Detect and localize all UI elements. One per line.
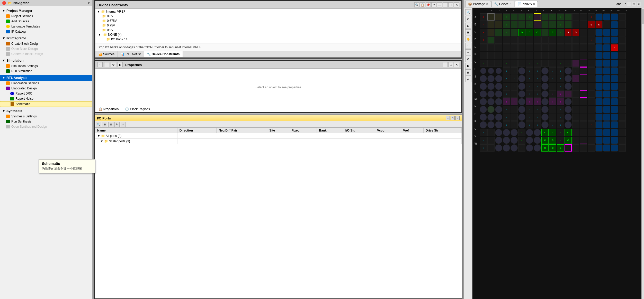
- props-run-btn[interactable]: ▶: [118, 62, 123, 67]
- cell-k15[interactable]: [588, 83, 595, 90]
- cell-d10[interactable]: [549, 36, 556, 44]
- cell-c14[interactable]: [580, 29, 587, 36]
- cell-c8[interactable]: C: [534, 29, 541, 36]
- cell-m12[interactable]: [565, 98, 572, 105]
- cell-u15[interactable]: [588, 129, 595, 136]
- table-row[interactable]: ▼ 📁 All ports (3): [95, 133, 462, 139]
- cell-w12[interactable]: [565, 144, 572, 152]
- cell-n2[interactable]: [487, 106, 495, 113]
- cell-f10[interactable]: [549, 52, 556, 59]
- cell-c13[interactable]: S: [572, 29, 579, 36]
- cell-w19[interactable]: [619, 144, 626, 152]
- cell-v3[interactable]: [495, 137, 502, 144]
- cell-p13[interactable]: [572, 114, 579, 121]
- device-vscrollbar-thumb[interactable]: [642, 9, 644, 24]
- cell-f6[interactable]: [518, 52, 525, 59]
- cell-e18[interactable]: +: [611, 44, 618, 51]
- highlight-btn[interactable]: 🖊: [465, 76, 471, 82]
- cell-d6[interactable]: [518, 36, 525, 44]
- cell-j17[interactable]: [603, 75, 610, 82]
- cell-l8[interactable]: ↑: [534, 90, 541, 98]
- cell-e1[interactable]: [480, 44, 487, 51]
- rtl-analysis-title[interactable]: ▼ RTL Analysis: [0, 75, 92, 81]
- cell-k8[interactable]: ↓: [534, 83, 541, 90]
- dc-btn-max[interactable]: □: [448, 2, 453, 7]
- cell-h12[interactable]: [565, 67, 572, 74]
- props-back-btn[interactable]: ←: [97, 62, 103, 67]
- cell-v17[interactable]: [603, 137, 610, 144]
- cell-h15[interactable]: [588, 67, 595, 74]
- cell-h16[interactable]: [595, 67, 603, 74]
- cell-n13[interactable]: [572, 106, 579, 113]
- cell-k4[interactable]: ↓: [503, 83, 510, 90]
- cell-c17[interactable]: [603, 29, 610, 36]
- cell-r19[interactable]: [619, 121, 626, 128]
- cell-m3[interactable]: [495, 98, 502, 105]
- cell-v14[interactable]: [580, 137, 587, 144]
- cell-m8[interactable]: ↕: [534, 98, 541, 105]
- cell-n3[interactable]: [495, 106, 502, 113]
- cell-b6[interactable]: ↓: [518, 21, 525, 28]
- cell-a14[interactable]: [580, 13, 587, 21]
- cell-k9[interactable]: [541, 83, 549, 90]
- cell-a6[interactable]: ↑: [518, 13, 525, 21]
- zoom-in-btn[interactable]: 🔍: [465, 9, 471, 15]
- cell-v12[interactable]: C: [565, 137, 572, 144]
- cell-r14[interactable]: [580, 121, 587, 128]
- cell-f19[interactable]: [619, 52, 626, 59]
- cell-n8[interactable]: ↓: [534, 106, 541, 113]
- io-max-btn[interactable]: □: [451, 116, 455, 120]
- cell-h18[interactable]: [611, 67, 618, 74]
- cell-j12[interactable]: [565, 75, 572, 82]
- cell-d17[interactable]: [603, 36, 610, 44]
- cell-b15[interactable]: S: [588, 21, 595, 28]
- cell-c3[interactable]: ↑: [495, 29, 502, 36]
- cell-w9[interactable]: C: [541, 144, 549, 152]
- cell-g12[interactable]: ↓: [565, 60, 572, 67]
- cell-d9[interactable]: [541, 36, 549, 44]
- cell-n11[interactable]: ↓: [557, 106, 564, 113]
- cell-g4[interactable]: ↓: [503, 60, 510, 67]
- dc-props-resize[interactable]: [95, 59, 462, 60]
- cell-d7[interactable]: [526, 36, 533, 44]
- cell-w14[interactable]: [580, 144, 587, 152]
- cell-k2[interactable]: [487, 83, 495, 90]
- cell-a11[interactable]: ↑: [557, 13, 564, 21]
- cell-a1[interactable]: +: [480, 13, 487, 21]
- cell-d13[interactable]: [572, 36, 579, 44]
- cell-f16[interactable]: [595, 52, 603, 59]
- cell-g19[interactable]: [619, 60, 626, 67]
- cell-j9[interactable]: [541, 75, 549, 82]
- nav-synthesis-settings[interactable]: Synthesis Settings: [0, 114, 92, 119]
- cell-l5[interactable]: ↑: [511, 90, 518, 98]
- cell-u8[interactable]: [534, 129, 541, 136]
- cell-w7[interactable]: [526, 144, 533, 152]
- cell-n10[interactable]: ↓: [549, 106, 556, 113]
- cell-w3[interactable]: [495, 144, 502, 152]
- cell-m2[interactable]: [487, 98, 495, 105]
- cell-w18[interactable]: [611, 144, 618, 152]
- cell-m1[interactable]: [480, 98, 487, 105]
- cell-h9[interactable]: [541, 67, 549, 74]
- synthesis-title[interactable]: ▼ Synthesis: [0, 108, 92, 114]
- cell-r17[interactable]: [603, 121, 610, 128]
- cell-r6[interactable]: [518, 121, 525, 128]
- props-io-resize[interactable]: [95, 113, 462, 115]
- nav-report-drc[interactable]: ✓ Report DRC: [0, 91, 92, 96]
- cell-r15[interactable]: +: [588, 121, 595, 128]
- cell-b5[interactable]: ↓: [511, 21, 518, 28]
- cell-h4[interactable]: ↓: [503, 67, 510, 74]
- cell-h2[interactable]: [488, 68, 494, 74]
- cell-d11[interactable]: [557, 36, 564, 44]
- cell-l2[interactable]: [487, 90, 495, 98]
- cell-j7[interactable]: ↑: [526, 75, 533, 82]
- select-btn[interactable]: ▶: [465, 63, 471, 69]
- cell-k14[interactable]: [580, 83, 587, 90]
- cell-l13[interactable]: [572, 90, 579, 98]
- nav-project-settings[interactable]: Project Settings: [0, 14, 92, 19]
- cell-w10[interactable]: C: [549, 144, 556, 152]
- cell-d15[interactable]: +: [588, 36, 595, 44]
- cell-v5[interactable]: [511, 137, 518, 144]
- device-canvas[interactable]: 1 2 3 4 5 6 7 8 9 10 11 12 13 14: [472, 8, 644, 299]
- cell-l7[interactable]: ↑: [526, 90, 533, 98]
